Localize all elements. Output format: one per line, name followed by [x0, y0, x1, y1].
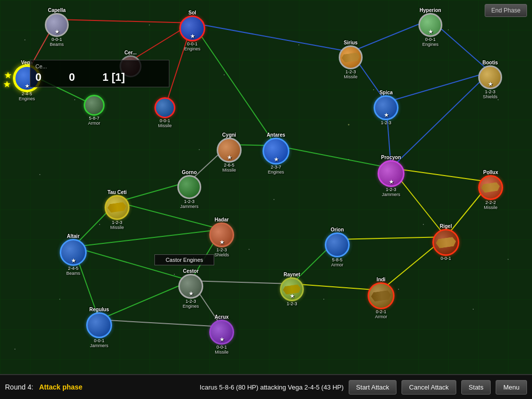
planet-circle-rigel: [432, 229, 459, 256]
planet-stats-armor_planet: 5-8-7: [89, 116, 99, 121]
connection-hadar-altair: [73, 229, 222, 247]
planet-stats-hyperion: 0-0-1: [425, 37, 435, 42]
planet-name-cerberus: Cer...: [125, 50, 136, 55]
planet-type-hyperion: Engines: [422, 42, 439, 47]
planet-stats-altair: 2-4-5: [68, 266, 78, 271]
connection-capella-sol: [57, 19, 192, 23]
connection-procyon-pollux: [391, 168, 491, 182]
planet-name-altair: Altair: [67, 233, 80, 239]
planet-circle-cygni: ★: [217, 138, 242, 163]
planet-gorno[interactable]: Gorno1-2-3Jammers: [177, 170, 201, 209]
stats-button[interactable]: Stats: [461, 380, 491, 395]
ship-on-spica: [376, 102, 396, 114]
planet-name-cestor: Cestor: [183, 268, 199, 274]
planet-bootis[interactable]: Bootis★1-2-3Shields: [478, 60, 502, 99]
battle-val-1: 0: [69, 71, 75, 84]
planet-circle-hyperion: ★: [418, 13, 442, 37]
star-marker-raynet: ★: [290, 294, 294, 299]
planet-hadar[interactable]: Hadar★1-2-3Shields: [209, 217, 234, 257]
planet-antares[interactable]: Antares★2-3-7Engines: [263, 132, 289, 175]
planet-type-regulus: Jammers: [90, 343, 108, 348]
planet-circle-procyon: ★: [378, 160, 404, 187]
planet-name-hadar: Hadar: [215, 217, 229, 222]
battle-title: Ce...: [35, 63, 164, 69]
planet-indi[interactable]: Indi0-2-1Armor: [368, 277, 395, 319]
ship-on-altair: [63, 246, 84, 258]
connection-cestor-raynet: [191, 281, 292, 284]
planet-name-capella: Capella: [48, 7, 66, 13]
menu-button[interactable]: Menu: [496, 380, 527, 395]
planet-type-capella: Beams: [50, 42, 64, 47]
round-info: Round 4: Attack phase: [5, 383, 195, 391]
planet-stats-spica: 1-2-3: [381, 120, 391, 125]
planet-name-procyon: Procyon: [381, 155, 401, 160]
planet-raynet[interactable]: Raynet★1-2-3: [280, 272, 304, 306]
star-marker-bootis: ★: [488, 82, 493, 87]
planet-altair[interactable]: Altair★2-4-5Beams: [60, 233, 87, 276]
planet-orion[interactable]: Orion5-8-5Armor: [325, 227, 350, 267]
planet-type-gorno: Jammers: [180, 204, 198, 209]
planet-circle-antares: ★: [263, 138, 289, 165]
planet-spica[interactable]: Spica★1-2-3: [374, 90, 399, 125]
star-marker-hyperion: ★: [428, 29, 433, 34]
ship-on-procyon: [381, 168, 402, 180]
planet-stats-procyon: 1-2-3: [386, 187, 396, 192]
planet-stats-cygni: 2-6-5: [224, 163, 234, 168]
planet-sol[interactable]: Sol★0-0-1Engines: [179, 10, 205, 51]
planet-type-sirius: Missile: [344, 74, 358, 79]
planet-name-gorno: Gorno: [182, 170, 197, 175]
connection-orion-rigel: [337, 237, 446, 239]
planet-tau_ceti[interactable]: Tau Ceti1-2-3Missile: [105, 190, 130, 230]
connection-altair-cestor: [73, 247, 191, 281]
planet-circle-bootis: ★: [478, 65, 502, 89]
planet-capella[interactable]: Capella★0-0-1Beams: [45, 7, 69, 47]
ship-on-rigel: [435, 236, 457, 248]
planet-cestor[interactable]: Cestor★1-2-3Engines: [178, 268, 203, 309]
planet-cygni[interactable]: Cygni★2-6-5Missile: [217, 132, 242, 173]
planet-type-altair: Beams: [66, 271, 80, 276]
planet-sol_missile[interactable]: 0-0-1Missile: [154, 97, 175, 128]
planet-procyon[interactable]: Procyon★1-2-3Jammers: [378, 155, 404, 197]
planet-type-bootis: Shields: [483, 94, 498, 99]
end-phase-button[interactable]: End Phase: [485, 4, 527, 17]
planet-stats-sol_missile: 0-0-1: [159, 118, 170, 123]
planet-hyperion[interactable]: Hyperion★0-0-1Engines: [418, 7, 442, 47]
planet-pollux[interactable]: Pollux2-2-2Missile: [478, 170, 503, 210]
planet-name-acrux: Acrux: [215, 314, 229, 320]
planet-stats-tau_ceti: 1-2-3: [112, 220, 122, 225]
ship-on-antares: [266, 145, 287, 157]
planet-type-vega: Engines: [19, 96, 35, 101]
cancel-attack-button[interactable]: Cancel Attack: [401, 380, 456, 395]
planet-circle-cestor: ★: [178, 274, 203, 299]
planet-circle-capella: ★: [45, 13, 69, 37]
star-marker-acrux: ★: [220, 337, 224, 342]
planet-stats-cestor: 1-2-3: [185, 299, 196, 304]
planet-stats-indi: 0-2-1: [376, 309, 386, 314]
planet-stats-rigel: 0-0-1: [440, 256, 451, 261]
planet-stats-raynet: 1-2-3: [286, 301, 297, 306]
star-marker-procyon: ★: [389, 180, 394, 185]
star-marker-sol: ★: [190, 34, 195, 39]
status-text: Icarus 5-8-6 (80 HP) attacking Vega 2-4-…: [200, 384, 344, 391]
connection-spica-bootis: [386, 72, 490, 102]
planet-rigel[interactable]: Rigel0-0-1: [432, 223, 459, 261]
planet-name-regulus: Regulus: [89, 307, 109, 312]
planet-type-sol_missile: Missile: [158, 123, 172, 128]
planet-name-spica: Spica: [380, 90, 393, 95]
planet-sirius[interactable]: Sirius1-2-3Missile: [339, 40, 363, 79]
connection-tau_ceti-hadar: [117, 202, 222, 229]
star-marker-vega: ★: [25, 84, 29, 89]
start-attack-button[interactable]: Start Attack: [349, 380, 397, 395]
planet-name-orion: Orion: [331, 227, 344, 232]
planet-acrux[interactable]: Acrux★0-0-1Missile: [209, 314, 234, 355]
planet-regulus[interactable]: Regulus0-0-1Jammers: [86, 307, 112, 348]
planet-stats-sol: 0-0-1: [187, 41, 197, 46]
planet-circle-sirius: [339, 45, 363, 69]
planet-name-raynet: Raynet: [283, 272, 300, 277]
planet-stats-capella: 0-0-1: [51, 37, 62, 42]
planet-armor_planet[interactable]: 5-8-7Armor: [84, 95, 105, 126]
planet-circle-sol: ★: [179, 15, 205, 41]
battle-val-0: 0: [35, 71, 41, 84]
planet-stats-antares: 2-3-7: [270, 165, 281, 170]
planet-type-antares: Engines: [268, 170, 284, 175]
